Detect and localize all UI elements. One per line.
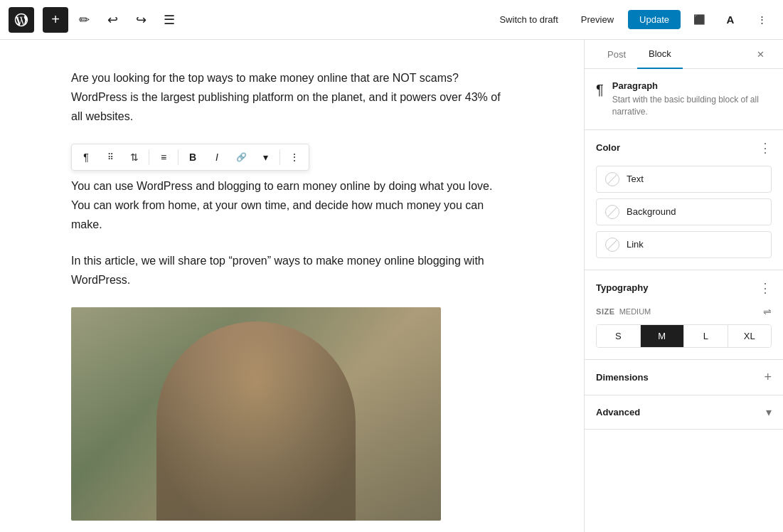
person-in-image [156, 321, 356, 521]
redo-button[interactable]: ↪ [128, 7, 154, 33]
toolbar-separator-1 [149, 149, 149, 165]
typography-more-button[interactable]: ⋮ [759, 280, 772, 296]
wordpress-icon [14, 12, 29, 28]
link-color-label: Link [627, 239, 644, 250]
dimensions-section-title: Dimensions [596, 372, 649, 383]
text-color-swatch [605, 172, 619, 186]
size-m-button[interactable]: M [641, 325, 685, 347]
paragraph-icon: ¶ [83, 151, 89, 163]
color-options: Text Background Link [585, 166, 783, 270]
paragraph-block-icon: ¶ [596, 82, 604, 98]
settings-toggle-button[interactable]: ⬛ [686, 7, 712, 33]
list-icon: ☰ [164, 12, 175, 28]
right-panel: Post Block ✕ ¶ Paragraph Start with the … [584, 40, 783, 532]
typography-section-header[interactable]: Typography ⋮ [585, 270, 783, 306]
size-l-button[interactable]: L [684, 325, 728, 347]
document-overview-button[interactable]: ☰ [156, 7, 182, 33]
move-icon: ⇅ [130, 151, 139, 163]
size-controls-icon[interactable]: ⇌ [763, 306, 772, 317]
block-desc-text: Start with the basic building block of a… [612, 94, 772, 118]
text-color-option[interactable]: Text [596, 166, 772, 193]
block-info: ¶ Paragraph Start with the basic buildin… [585, 69, 783, 130]
undo-button[interactable]: ↩ [100, 7, 125, 33]
featured-image[interactable] [71, 307, 441, 521]
paragraph-2-block: ¶ ⠿ ⇅ ≡ B [71, 144, 513, 235]
size-label-row: SIZE MEDIUM ⇌ [596, 306, 772, 317]
wp-logo[interactable] [9, 7, 34, 33]
editor-content: Are you looking for the top ways to make… [71, 68, 513, 521]
advanced-chevron-button[interactable]: ▾ [766, 405, 772, 419]
bold-icon: B [189, 151, 196, 163]
link-color-option[interactable]: Link [596, 231, 772, 258]
chevron-down-icon: ▾ [766, 406, 772, 418]
astra-icon: A [727, 14, 735, 26]
main-layout: Are you looking for the top ways to make… [0, 40, 783, 532]
paragraph-2[interactable]: You can use WordPress and blogging to ea… [71, 176, 513, 235]
preview-button[interactable]: Preview [572, 10, 622, 29]
size-label-text: SIZE [596, 307, 615, 316]
background-color-option[interactable]: Background [596, 198, 772, 225]
link-color-swatch [605, 238, 619, 252]
panel-tabs: Post Block ✕ [585, 40, 783, 69]
size-xl-button[interactable]: XL [728, 325, 772, 347]
color-section: Color ⋮ Text Background Link [585, 130, 783, 270]
paragraph-type-button[interactable]: ¶ [75, 146, 97, 169]
link-icon: 🔗 [236, 152, 247, 162]
editor-area[interactable]: Are you looking for the top ways to make… [0, 40, 584, 532]
vertical-dots-icon: ⋮ [757, 14, 767, 25]
switch-to-draft-button[interactable]: Switch to draft [491, 10, 566, 29]
color-more-button[interactable]: ⋮ [759, 140, 772, 156]
chevron-down-icon: ▾ [263, 151, 268, 163]
add-block-button[interactable]: + [43, 7, 68, 33]
bold-button[interactable]: B [181, 146, 204, 169]
block-name: Paragraph [612, 80, 772, 91]
paragraph-3[interactable]: In this article, we will share top “prov… [71, 251, 513, 289]
italic-icon: I [215, 151, 218, 163]
tab-block[interactable]: Block [637, 40, 683, 69]
block-options-button[interactable]: ⋮ [283, 146, 306, 169]
toolbar-separator-2 [178, 149, 179, 165]
more-rich-button[interactable]: ▾ [254, 146, 277, 169]
settings-icon: ⬛ [693, 14, 705, 25]
text-color-label: Text [627, 174, 644, 184]
dimensions-add-button[interactable]: + [764, 370, 772, 385]
move-button[interactable]: ⇅ [123, 146, 146, 169]
paragraph-1[interactable]: Are you looking for the top ways to make… [71, 68, 513, 127]
pencil-icon: ✏ [79, 12, 90, 28]
typography-section: Typography ⋮ SIZE MEDIUM ⇌ S M L XL [585, 270, 783, 360]
plus-icon: + [51, 11, 60, 28]
size-buttons-group: S M L XL [596, 324, 772, 348]
dimensions-section: Dimensions + [585, 360, 783, 395]
update-button[interactable]: Update [628, 10, 681, 29]
redo-icon: ↪ [136, 12, 147, 28]
align-icon: ≡ [161, 151, 166, 163]
italic-button[interactable]: I [206, 146, 228, 169]
typography-content: SIZE MEDIUM ⇌ S M L XL [585, 306, 783, 359]
block-description: Paragraph Start with the basic building … [612, 80, 772, 118]
drag-icon: ⠿ [107, 152, 114, 162]
color-section-header[interactable]: Color ⋮ [585, 130, 783, 166]
tab-post[interactable]: Post [596, 40, 637, 68]
toolbar-right: Switch to draft Preview Update ⬛ A ⋮ [491, 7, 774, 33]
size-s-button[interactable]: S [597, 325, 641, 347]
edit-mode-button[interactable]: ✏ [71, 7, 97, 33]
astra-button[interactable]: A [718, 7, 743, 33]
panel-close-button[interactable]: ✕ [749, 43, 772, 65]
advanced-header[interactable]: Advanced ▾ [585, 395, 783, 429]
size-value-text: MEDIUM [619, 307, 651, 316]
more-options-button[interactable]: ⋮ [749, 7, 774, 33]
drag-handle-button[interactable]: ⠿ [99, 146, 122, 169]
background-color-label: Background [627, 206, 676, 217]
background-color-swatch [605, 205, 619, 219]
toolbar-separator-3 [279, 149, 280, 165]
link-button[interactable]: 🔗 [230, 146, 252, 169]
close-icon: ✕ [757, 49, 765, 60]
options-icon: ⋮ [289, 151, 299, 163]
color-section-title: Color [596, 142, 620, 153]
typography-section-title: Typography [596, 282, 648, 293]
advanced-section: Advanced ▾ [585, 395, 783, 430]
dimensions-header[interactable]: Dimensions + [585, 360, 783, 395]
advanced-section-title: Advanced [596, 407, 640, 417]
top-toolbar: + ✏ ↩ ↪ ☰ Switch to draft Preview Update… [0, 0, 783, 40]
align-button[interactable]: ≡ [152, 146, 175, 169]
